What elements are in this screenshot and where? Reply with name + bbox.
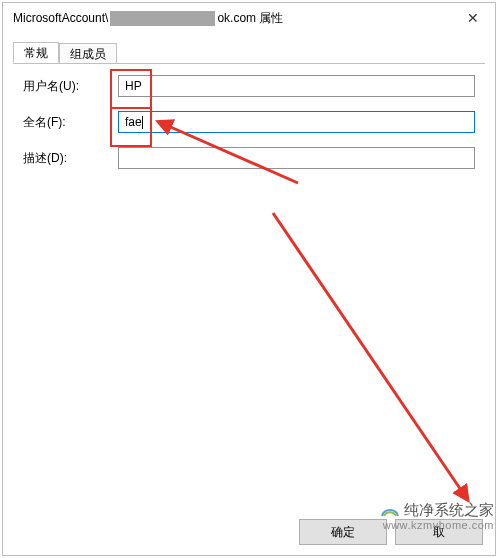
close-button[interactable]: ✕ xyxy=(450,3,495,33)
fullname-value: fae xyxy=(125,115,142,129)
fullname-input[interactable]: fae xyxy=(118,111,475,133)
description-input[interactable] xyxy=(118,147,475,169)
dialog-button-row: 确定 取 xyxy=(3,519,495,545)
annotation-arrow-2 xyxy=(263,203,493,523)
titlebar: MicrosoftAccount\ ok.com 属性 ✕ xyxy=(3,3,495,33)
row-fullname: 全名(F): fae xyxy=(23,111,475,133)
ok-button[interactable]: 确定 xyxy=(299,519,387,545)
tab-strip: 常规 组成员 xyxy=(13,41,485,64)
svg-line-1 xyxy=(273,213,463,493)
description-label: 描述(D): xyxy=(23,150,118,167)
row-username: 用户名(U): xyxy=(23,75,475,97)
fullname-label: 全名(F): xyxy=(23,114,118,131)
properties-dialog: MicrosoftAccount\ ok.com 属性 ✕ 常规 组成员 用户名… xyxy=(2,2,496,556)
ok-button-label: 确定 xyxy=(331,524,355,541)
tab-members-label: 组成员 xyxy=(70,47,106,61)
cancel-button[interactable]: 取 xyxy=(395,519,483,545)
row-description: 描述(D): xyxy=(23,147,475,169)
tab-general[interactable]: 常规 xyxy=(13,42,59,63)
title-suffix: ok.com 属性 xyxy=(217,10,283,27)
form-area: 用户名(U): 全名(F): fae 描述(D): xyxy=(23,75,475,183)
username-input[interactable] xyxy=(118,75,475,97)
cancel-button-label: 取 xyxy=(433,524,445,541)
tab-members[interactable]: 组成员 xyxy=(59,43,117,63)
title-redacted xyxy=(110,11,215,26)
tab-general-label: 常规 xyxy=(24,46,48,60)
username-label: 用户名(U): xyxy=(23,78,118,95)
title-prefix: MicrosoftAccount\ xyxy=(13,11,108,25)
text-caret xyxy=(142,116,143,129)
close-icon: ✕ xyxy=(467,10,479,26)
